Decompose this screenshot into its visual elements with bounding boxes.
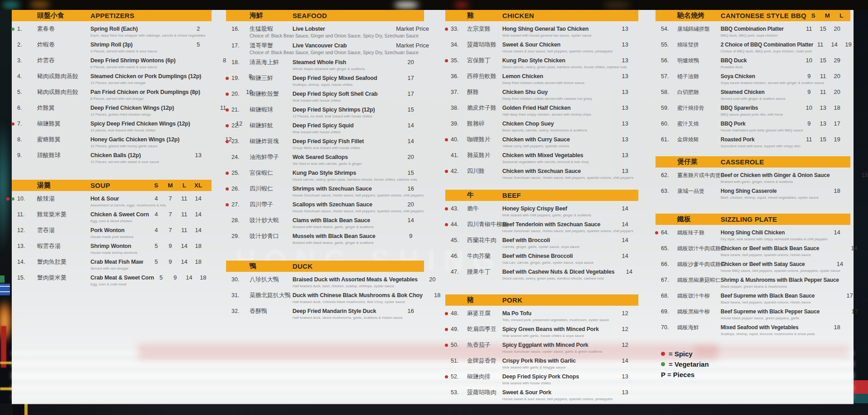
price-value: 14 [191, 195, 205, 202]
item-number: 5. [17, 89, 22, 95]
item-number-cell: 7. [17, 121, 37, 127]
item-name-zh: 燒味雙拼 [677, 41, 721, 48]
price-value: 12 [618, 326, 632, 332]
item-description: Deep fried chicken cutlets served with c… [502, 97, 632, 101]
price-value: 20 [425, 276, 439, 283]
spicy-dot [445, 344, 448, 347]
spicy-dot [445, 28, 448, 31]
section-title-zh: 湯羹 [37, 181, 90, 190]
item-description: House Szechuan sauce, Hoisin sauce, bell… [292, 193, 418, 198]
item-number: 60. [661, 121, 669, 127]
item-number-cell: 43. [451, 205, 467, 212]
menu-item: 8.蜜糖雞翼Honey Garlic Chicken Wings (12p)12… [12, 136, 212, 149]
item-number-cell: 32. [231, 308, 250, 314]
item-name-zh: 豉汁炒大蜆 [250, 217, 292, 224]
item-number: 51. [451, 358, 458, 364]
menu-item: 6.炸雞翼Deep Fried Chicken Wings (12p)1112 … [12, 104, 212, 117]
item-description: Half braised duck, beef, chicken, scallo… [292, 284, 439, 289]
price-value: 15 [816, 25, 830, 32]
item-name-en: Deep Fried Spicy Pork Chops [502, 373, 610, 380]
item-price: 471114 [149, 211, 205, 218]
menu-item: 3.炸雲吞Deep Fried Shrimp Wontons (6p)86 Pi… [12, 57, 212, 70]
section-title-zh: 鴨 [250, 262, 292, 270]
item-number: 13. [17, 243, 25, 249]
item-name-en: Deep Fried Mandarin Style Duck [292, 308, 396, 315]
item-description: Braised with black beans, garlic, ginger… [292, 225, 418, 229]
item-number-cell: 18. [231, 59, 250, 65]
item-description: Dry style, wok seared with crispy vermic… [721, 237, 844, 242]
item-price: 14 [396, 122, 418, 129]
price-value: 14 [618, 357, 632, 364]
item-name-en: Chicken with Curry Sauce [502, 136, 610, 143]
item-number: 47. [451, 269, 458, 275]
price-value: 17 [404, 75, 418, 81]
price-value: 4 [149, 195, 163, 202]
item-price: 13 [149, 152, 205, 159]
section-header-bar: 鴨DUCK [226, 261, 424, 272]
item-price: 20 [396, 201, 418, 208]
item-number: 8. [17, 136, 22, 143]
section-pork: 豬PORK48.麻婆豆腐Ma Po Tofu12Tofu, minced por… [445, 294, 638, 401]
item-price: 5 [149, 41, 205, 48]
item-name-zh: 椒鹽炸斑塊 [250, 138, 292, 145]
item-name-en: Beef with Cashew Nuts & Diced Vegetables [502, 268, 614, 275]
section-header-bar: 牛BEEF [445, 190, 638, 201]
section-title-en: PORK [502, 296, 610, 304]
item-number-cell: 34. [451, 42, 467, 48]
item-price: 471114 [149, 227, 205, 233]
price-value: 14 [618, 221, 632, 228]
item-description: Wok seared with garlic & Maggie sauce [502, 365, 632, 370]
item-name-zh: 宮保蝦仁 [250, 169, 292, 177]
price-value: 4 [149, 227, 163, 233]
item-price: 20 [396, 154, 418, 160]
price-value: 13 [618, 73, 632, 79]
item-price: 16 [839, 276, 868, 283]
item-name-zh: 椒鹽鮮魷 [250, 122, 292, 129]
item-name-zh: 素春卷 [37, 25, 90, 33]
item-name-zh: 炸雞翼 [37, 104, 90, 112]
item-number-cell: 44. [451, 221, 467, 228]
menu-item: 52.椒鹽肉排Deep Fried Spicy Pork Chops13Wok … [445, 373, 638, 386]
item-price: 13 [610, 25, 632, 32]
item-name-en: BBQ Duck [721, 57, 802, 64]
street-photo-top-strip [0, 0, 868, 10]
legend-item-vegetarian: = Vegetarian [661, 360, 850, 368]
price-value: 4 [149, 211, 163, 218]
item-name-zh: 牛肉芥蘭 [467, 252, 502, 260]
price-value: 15 [404, 169, 418, 176]
item-number: 67. [661, 277, 669, 283]
section-title-en: CASSEROLE [721, 158, 802, 166]
item-name-zh: 豬肉或雞肉蒸餃 [37, 73, 90, 80]
price-value: 11 [177, 211, 191, 218]
item-description: 12 Pieces, glazed with honey garlic sauc… [90, 144, 236, 149]
item-description: Whole tilapia steamed with ginger & scal… [292, 67, 418, 71]
restaurant-menu-screenshot: HONG SHING 頭盤小食APPETIZERS1.素春卷Spring Rol… [0, 0, 868, 415]
item-name-en: Chicken or Beef with Satay Sauce [721, 261, 805, 268]
price-value: 18 [191, 258, 205, 265]
item-number-cell: 22. [231, 122, 250, 129]
menu-item: 54.康城錦繡拼盤BBQ Combination Platter111520BB… [656, 25, 850, 38]
spicy-dot [226, 124, 229, 127]
item-number-cell: 49. [451, 326, 467, 332]
item-price: 12 [610, 341, 632, 348]
item-price: 17 [396, 75, 418, 81]
menu-item: 57.桶子油雞Soya Chicken91120Soya sauce brais… [656, 73, 850, 85]
item-name-en: Steamed Chicken or Pork Dumplings (12p) [90, 73, 201, 80]
item-name-zh: 腰果牛丁 [467, 268, 502, 275]
price-value: 13 [816, 120, 830, 127]
menu-column-4: 馳名燒烤CANTONESE STYLE BBQSML54.康城錦繡拼盤BBQ C… [656, 10, 850, 404]
price-value: 13 [618, 89, 632, 95]
price-value: 14 [191, 227, 205, 233]
item-price: 18 [423, 292, 444, 298]
item-price: 591418 [149, 242, 205, 249]
section-title-zh: 海鮮 [250, 11, 292, 20]
item-name-en: Beef Supreme with Black Bean Sauce [721, 292, 815, 299]
price-value: 11 [802, 136, 816, 143]
item-number-cell: 67. [661, 277, 677, 283]
item-name-en: Crab Meat Fish Maw [90, 258, 149, 266]
item-name-zh: 鐵板豉汁牛柳 [677, 292, 721, 299]
item-name-en: Steamed Chicken [721, 89, 802, 96]
item-number-cell: 56. [661, 57, 677, 64]
item-name-zh: 咖喱雞片 [467, 136, 502, 143]
item-name-en: Clams with Black Bean Sauce [292, 217, 396, 224]
